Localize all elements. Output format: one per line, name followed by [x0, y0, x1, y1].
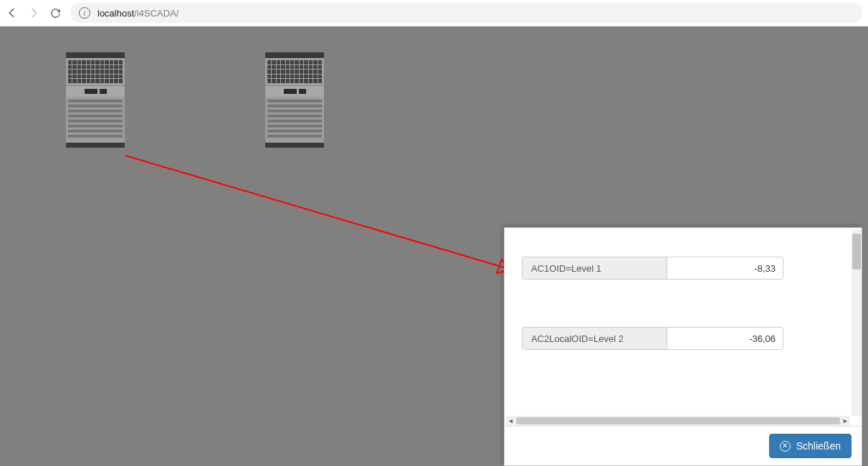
equipment-server-1[interactable] — [66, 52, 125, 148]
scroll-right-icon[interactable]: ► — [842, 417, 849, 424]
popup-footer: ✕ Schließen — [505, 426, 862, 465]
equipment-server-2[interactable] — [265, 52, 324, 148]
site-info-icon[interactable]: i — [79, 7, 90, 19]
scroll-left-icon[interactable]: ◄ — [507, 417, 514, 424]
browser-toolbar: i localhost/i4SCADA/ — [0, 0, 868, 27]
url-text: localhost/i4SCADA/ — [97, 8, 178, 19]
popup-body: AC1OID=Level 1 -8,33 AC2LocalOID=Level 2… — [505, 228, 862, 426]
signal-label: AC1OID=Level 1 — [523, 257, 667, 279]
signal-value[interactable]: -36,06 — [667, 328, 783, 349]
svg-line-0 — [125, 156, 511, 270]
horizontal-scrollbar[interactable]: ◄ ► — [506, 416, 850, 426]
signal-row: AC1OID=Level 1 -8,33 — [522, 257, 783, 280]
forward-icon[interactable] — [27, 6, 40, 19]
address-bar[interactable]: i localhost/i4SCADA/ — [70, 3, 862, 23]
signal-row: AC2LocalOID=Level 2 -36,06 — [522, 327, 783, 350]
vertical-scrollbar[interactable] — [852, 229, 862, 416]
signal-label: AC2LocalOID=Level 2 — [523, 328, 667, 349]
close-button-label: Schließen — [796, 440, 841, 452]
signal-value[interactable]: -8,33 — [667, 257, 783, 279]
scada-canvas: AC1OID=Level 1 -8,33 AC2LocalOID=Level 2… — [0, 27, 868, 466]
reload-icon[interactable] — [49, 6, 62, 19]
signal-popup: AC1OID=Level 1 -8,33 AC2LocalOID=Level 2… — [504, 227, 862, 466]
close-icon: ✕ — [780, 441, 791, 452]
close-button[interactable]: ✕ Schließen — [769, 434, 852, 458]
back-icon[interactable] — [6, 6, 19, 19]
